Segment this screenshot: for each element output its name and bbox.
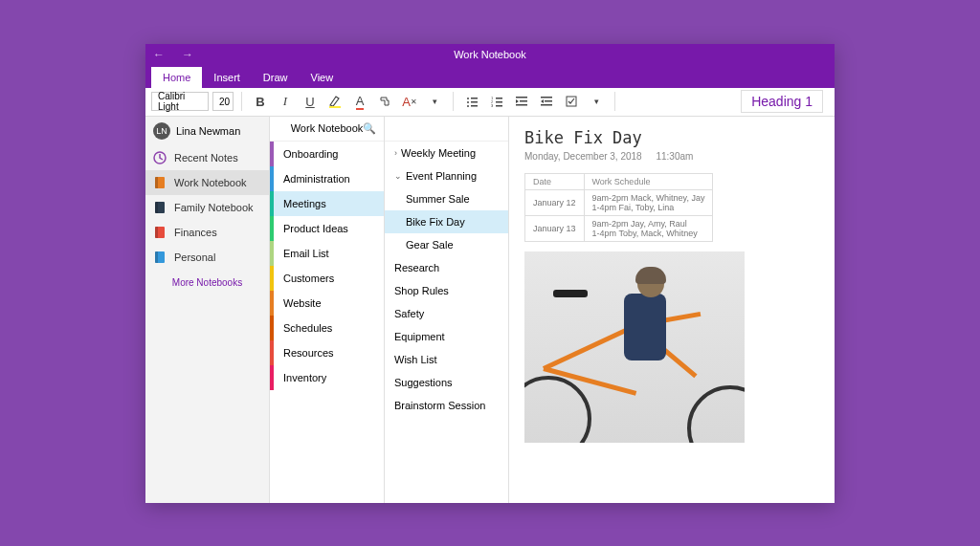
- page-meta: Monday, December 3, 2018 11:30am: [524, 151, 819, 162]
- svg-rect-14: [520, 100, 527, 102]
- bullet-list-button[interactable]: [461, 91, 482, 112]
- page-item[interactable]: Suggestions: [385, 371, 508, 394]
- svg-rect-18: [541, 104, 552, 106]
- body-area: LN Lina Newman Recent NotesWork Notebook…: [145, 117, 835, 503]
- sidebar-item-personal[interactable]: Personal: [145, 245, 269, 270]
- sections-title: Work Notebook: [291, 122, 364, 134]
- section-item[interactable]: Resources: [270, 340, 384, 365]
- divider: [241, 92, 242, 111]
- section-item[interactable]: Product Ideas: [270, 216, 384, 241]
- section-item[interactable]: Onboarding: [270, 142, 384, 166]
- clock-icon: [153, 151, 167, 164]
- page-item-label: Gear Sale: [406, 239, 454, 251]
- page-item-label: Summer Sale: [406, 193, 470, 205]
- spacer: [385, 117, 508, 142]
- sidebar-item-label: Work Notebook: [174, 177, 247, 188]
- todo-tag-button[interactable]: [561, 91, 582, 112]
- note-content[interactable]: Bike Fix Day Monday, December 3, 2018 11…: [509, 117, 835, 503]
- page-item[interactable]: Wish List: [385, 348, 508, 371]
- format-painter-button[interactable]: [374, 91, 395, 112]
- sidebar-item-work-notebook[interactable]: Work Notebook: [145, 170, 269, 195]
- page-item[interactable]: Summer Sale: [385, 187, 508, 210]
- page-item[interactable]: Safety: [385, 302, 508, 325]
- sections-column: Work Notebook 🔍 OnboardingAdministration…: [270, 117, 385, 503]
- heading-style-button[interactable]: Heading 1: [741, 90, 823, 113]
- section-item[interactable]: Customers: [270, 266, 384, 291]
- title-bar: ← → Work Notebook: [145, 44, 835, 65]
- section-item[interactable]: Website: [270, 291, 384, 316]
- page-item[interactable]: Research: [385, 256, 508, 279]
- app-window: ← → Work Notebook HomeInsertDrawView Cal…: [145, 44, 835, 503]
- page-item[interactable]: Bike Fix Day: [385, 210, 508, 233]
- pages-column: ›Weekly Meeting⌄Event PlanningSummer Sal…: [385, 117, 509, 503]
- font-name-select[interactable]: Calibri Light: [151, 92, 209, 111]
- svg-rect-13: [516, 97, 527, 98]
- page-item[interactable]: ›Weekly Meeting: [385, 142, 508, 164]
- section-item[interactable]: Meetings: [270, 191, 384, 216]
- divider: [453, 92, 454, 111]
- notebook-sidebar: LN Lina Newman Recent NotesWork Notebook…: [145, 117, 270, 503]
- svg-rect-28: [155, 251, 158, 263]
- table-cell: January 13: [525, 215, 585, 241]
- table-cell: 9am-2pm Mack, Whitney, Jay1-4pm Fai, Tob…: [584, 189, 713, 215]
- sections-header: Work Notebook 🔍: [270, 117, 384, 142]
- chevron-down-icon: ⌄: [394, 171, 402, 181]
- page-item[interactable]: Equipment: [385, 325, 508, 348]
- number-list-button[interactable]: 123: [486, 91, 507, 112]
- schedule-table: DateWork Schedule January 129am-2pm Mack…: [524, 173, 713, 242]
- table-cell: 9am-2pm Jay, Amy, Raul1-4pm Toby, Mack, …: [584, 215, 713, 241]
- page-item[interactable]: Shop Rules: [385, 279, 508, 302]
- more-notebooks-link[interactable]: More Notebooks: [145, 270, 269, 295]
- sidebar-item-recent-notes[interactable]: Recent Notes: [145, 145, 269, 170]
- page-title[interactable]: Bike Fix Day: [524, 128, 819, 147]
- svg-rect-4: [471, 101, 478, 103]
- section-item[interactable]: Inventory: [270, 365, 384, 390]
- section-item[interactable]: Schedules: [270, 316, 384, 340]
- tab-home[interactable]: Home: [151, 67, 202, 88]
- underline-button[interactable]: U: [300, 91, 321, 112]
- chevron-right-icon: ›: [394, 148, 397, 158]
- section-item[interactable]: Email List: [270, 241, 384, 266]
- font-color-button[interactable]: A: [349, 91, 370, 112]
- table-row: January 129am-2pm Mack, Whitney, Jay1-4p…: [525, 189, 713, 215]
- forward-arrow-icon[interactable]: →: [182, 48, 193, 61]
- svg-point-1: [467, 98, 469, 99]
- svg-rect-26: [155, 227, 158, 238]
- page-item[interactable]: Brainstorm Session: [385, 394, 508, 417]
- bold-button[interactable]: B: [250, 91, 271, 112]
- indent-button[interactable]: [536, 91, 557, 112]
- back-arrow-icon[interactable]: ←: [153, 48, 165, 61]
- page-item[interactable]: Gear Sale: [385, 233, 508, 256]
- user-row[interactable]: LN Lina Newman: [145, 117, 269, 145]
- ribbon: Calibri Light 20 B I U A A✕ ▾ 123 ▾ Head…: [145, 88, 835, 117]
- page-item-label: Wish List: [394, 354, 437, 365]
- sidebar-item-finances[interactable]: Finances: [145, 220, 269, 245]
- svg-rect-8: [496, 98, 502, 99]
- more-font-icon[interactable]: ▾: [424, 91, 445, 112]
- outdent-button[interactable]: [511, 91, 532, 112]
- sidebar-item-label: Recent Notes: [174, 152, 238, 164]
- page-item-label: Bike Fix Day: [406, 216, 465, 228]
- page-item[interactable]: ⌄Event Planning: [385, 164, 508, 187]
- page-item-label: Shop Rules: [394, 285, 449, 296]
- table-header: Date: [525, 173, 585, 189]
- svg-rect-24: [155, 202, 158, 213]
- table-cell: January 12: [525, 189, 585, 215]
- sidebar-item-family-notebook[interactable]: Family Notebook: [145, 195, 269, 220]
- table-row: January 139am-2pm Jay, Amy, Raul1-4pm To…: [525, 215, 713, 241]
- page-item-label: Suggestions: [394, 377, 453, 388]
- page-time: 11:30am: [656, 151, 693, 162]
- notebook-icon: [153, 251, 167, 264]
- font-size-select[interactable]: 20: [212, 92, 234, 111]
- italic-button[interactable]: I: [275, 91, 296, 112]
- user-name: Lina Newman: [176, 125, 240, 137]
- tab-insert[interactable]: Insert: [202, 67, 252, 88]
- clear-format-button[interactable]: A✕: [399, 91, 420, 112]
- more-para-icon[interactable]: ▾: [586, 91, 607, 112]
- search-icon[interactable]: 🔍: [363, 122, 376, 135]
- section-item[interactable]: Administration: [270, 166, 384, 191]
- tab-view[interactable]: View: [300, 67, 345, 88]
- tab-draw[interactable]: Draw: [252, 67, 300, 88]
- highlight-button[interactable]: [324, 91, 345, 112]
- svg-rect-15: [516, 104, 527, 106]
